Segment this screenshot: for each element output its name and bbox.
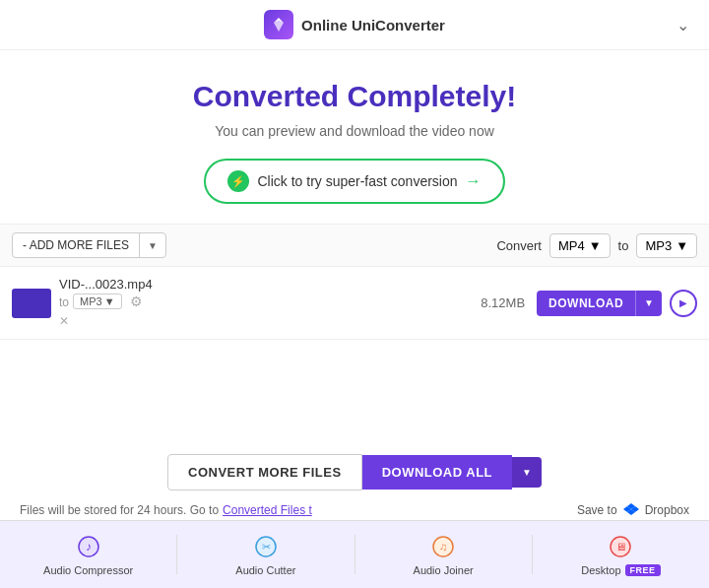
file-to-label: to [59,295,69,309]
to-format-chevron: ▼ [676,238,688,253]
footer-toolbar: ♪ Audio Compressor ✂ Audio Cutter ♫ Audi… [0,520,709,588]
file-name: VID-...0023.mp4 [59,277,153,292]
notice-text: Files will be stored for 24 hours. Go to [20,503,219,517]
stored-notice: Files will be stored for 24 hours. Go to… [20,503,312,517]
audio-compressor-icon: ♪ [75,533,102,560]
try-fast-button[interactable]: ⚡ Click to try super-fast conversion → [204,159,504,204]
fast-icon: ⚡ [227,170,249,192]
footer-item-desktop[interactable]: 🖥 Desktop FREE [533,529,709,580]
download-label: DOWNLOAD [537,291,636,316]
file-close-icon[interactable]: ✕ [59,314,69,328]
audio-cutter-label: Audio Cutter [235,564,295,576]
file-thumbnail [12,289,51,318]
file-row: VID-...0023.mp4 to MP3 ▼ ⚙ ✕ 8.12MB DOWN… [0,267,709,340]
footer-item-audio-compressor[interactable]: ♪ Audio Compressor [0,529,176,580]
to-label: to [618,238,629,253]
svg-text:✂: ✂ [261,541,270,553]
file-settings-icon[interactable]: ⚙ [130,294,143,309]
app-title: Online UniConverter [301,17,445,33]
svg-text:♫: ♫ [439,541,447,553]
download-all-button[interactable]: DOWNLOAD ALL [362,455,512,490]
download-dropdown-icon[interactable]: ▼ [636,292,662,314]
download-all-dropdown-button[interactable]: ▼ [512,457,542,488]
file-format-value: MP3 [80,295,102,307]
file-info: VID-...0023.mp4 to MP3 ▼ ⚙ ✕ [59,277,153,329]
file-format-chevron: ▼ [104,295,115,307]
convert-label: Convert [496,238,542,253]
play-button[interactable]: ▶ [670,290,697,317]
desktop-label: Desktop [581,564,620,576]
dropbox-label: Dropbox [645,503,689,517]
header: Online UniConverter ⌄ [0,0,709,50]
svg-text:♪: ♪ [86,540,92,554]
action-buttons: CONVERT MORE FILES DOWNLOAD ALL ▼ [167,454,542,490]
svg-text:🖥: 🖥 [615,541,626,553]
add-files-dropdown-icon[interactable]: ▼ [140,235,165,256]
header-chevron-icon[interactable]: ⌄ [677,16,689,34]
audio-compressor-label: Audio Compressor [43,564,133,576]
try-fast-label: Click to try super-fast conversion [257,173,457,189]
dropbox-icon [623,500,639,519]
audio-cutter-icon: ✂ [252,533,280,560]
to-format-value: MP3 [645,238,672,253]
audio-joiner-icon: ♫ [429,533,457,560]
arrow-icon: → [466,172,482,190]
convert-more-button[interactable]: CONVERT MORE FILES [167,454,362,490]
converted-title: Converted Completely! [193,80,516,113]
footer-item-audio-cutter[interactable]: ✂ Audio Cutter [177,529,354,580]
toolbar-row: - ADD MORE FILES ▼ Convert MP4 ▼ to MP3 … [0,224,709,267]
save-to-label: Save to [577,503,617,517]
from-format-chevron: ▼ [589,238,602,253]
free-badge: FREE [625,564,661,576]
from-format-value: MP4 [558,238,585,253]
app-logo-icon [264,10,293,39]
from-format-select[interactable]: MP4 ▼ [549,233,611,258]
file-size: 8.12MB [481,295,525,310]
bottom-actions: CONVERT MORE FILES DOWNLOAD ALL ▼ Files … [0,454,709,519]
header-logo: Online UniConverter [264,10,445,39]
converted-files-link[interactable]: Converted Files t [223,503,312,517]
toolbar-right: Convert MP4 ▼ to MP3 ▼ [496,233,697,258]
desktop-icon: 🖥 [607,533,634,560]
subtitle: You can preview and download the video n… [215,123,494,139]
add-files-label: - ADD MORE FILES [13,233,140,257]
save-dropbox-button[interactable]: Save to Dropbox [577,500,689,519]
audio-joiner-label: Audio Joiner [414,564,474,576]
main-content: Converted Completely! You can preview an… [0,50,709,340]
download-button[interactable]: DOWNLOAD ▼ [537,291,662,316]
footer-item-audio-joiner[interactable]: ♫ Audio Joiner [355,529,532,580]
file-format-badge[interactable]: MP3 ▼ [73,294,122,309]
add-files-button[interactable]: - ADD MORE FILES ▼ [12,232,166,258]
to-format-select[interactable]: MP3 ▼ [636,233,697,258]
